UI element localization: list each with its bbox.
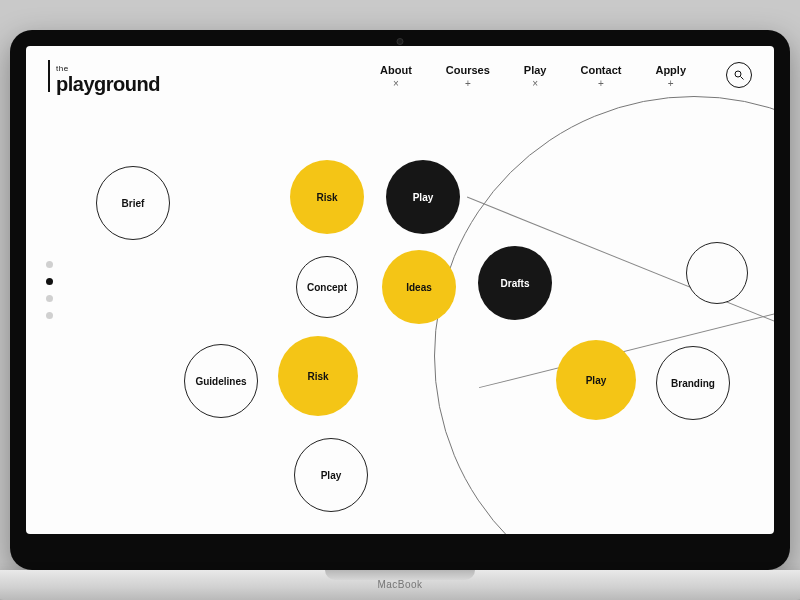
screen: the playground About×Courses+Play×Contac… bbox=[26, 46, 774, 534]
bubble-canvas: BriefRiskPlayConceptIdeasDraftsGuideline… bbox=[26, 46, 774, 534]
bubble-branding[interactable]: Branding bbox=[656, 346, 730, 420]
bubble-play[interactable]: Play bbox=[556, 340, 636, 420]
device-label: MacBook bbox=[377, 579, 422, 590]
bubble-label: Risk bbox=[316, 192, 337, 203]
bubble-label: Concept bbox=[307, 282, 347, 293]
bubble-empty[interactable] bbox=[686, 242, 748, 304]
bubble-concept[interactable]: Concept bbox=[296, 256, 358, 318]
bubble-risk[interactable]: Risk bbox=[290, 160, 364, 234]
bubble-ideas[interactable]: Ideas bbox=[382, 250, 456, 324]
bubble-label: Branding bbox=[671, 378, 715, 389]
bubble-label: Guidelines bbox=[195, 376, 246, 387]
bubble-label: Play bbox=[586, 375, 607, 386]
bubble-play[interactable]: Play bbox=[386, 160, 460, 234]
bubble-label: Play bbox=[321, 470, 342, 481]
bubble-label: Ideas bbox=[406, 282, 432, 293]
bubble-label: Brief bbox=[122, 198, 145, 209]
device-frame: the playground About×Courses+Play×Contac… bbox=[10, 30, 790, 570]
bubble-label: Risk bbox=[307, 371, 328, 382]
bubble-label: Drafts bbox=[501, 278, 530, 289]
bubble-guidelines[interactable]: Guidelines bbox=[184, 344, 258, 418]
bubble-play[interactable]: Play bbox=[294, 438, 368, 512]
bubble-drafts[interactable]: Drafts bbox=[478, 246, 552, 320]
bubble-brief[interactable]: Brief bbox=[96, 166, 170, 240]
bubble-label: Play bbox=[413, 192, 434, 203]
bubble-risk[interactable]: Risk bbox=[278, 336, 358, 416]
